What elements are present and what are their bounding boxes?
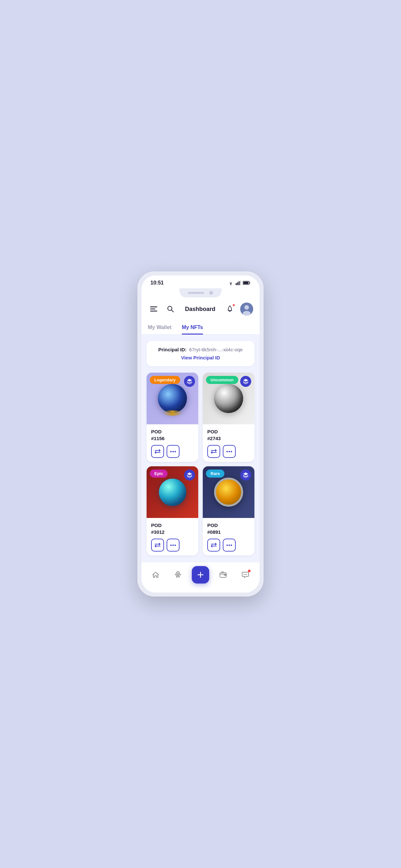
nav-home[interactable] xyxy=(147,569,164,581)
svg-point-21 xyxy=(228,451,230,452)
more-icon xyxy=(170,451,176,453)
nav-add-button[interactable] xyxy=(192,566,209,584)
transfer-icon-2 xyxy=(211,449,217,454)
nft-card-4: Rare POD #0891 xyxy=(203,466,254,555)
svg-rect-8 xyxy=(150,306,157,307)
nft-actions-1 xyxy=(151,445,194,458)
nft-transfer-btn-4[interactable] xyxy=(207,538,220,552)
more-icon-4 xyxy=(226,545,232,546)
tab-nfts[interactable]: My NFTs xyxy=(182,321,203,334)
nft-image-1: Legendary xyxy=(147,373,198,424)
user-avatar[interactable] xyxy=(240,303,253,315)
svg-point-26 xyxy=(226,545,227,546)
nav-wallet[interactable] xyxy=(215,569,232,581)
nft-sphere-uncommon xyxy=(214,384,243,413)
svg-rect-2 xyxy=(237,282,238,285)
nft-layers-btn-2[interactable] xyxy=(240,376,251,387)
principal-id-value: 67ryt-6k5mh-...-xii4c-oqe xyxy=(189,347,243,352)
notch xyxy=(180,288,221,298)
svg-point-29 xyxy=(177,573,179,575)
status-time: 10:51 xyxy=(150,280,164,286)
nft-more-btn-4[interactable] xyxy=(223,538,236,552)
wallet-nav-icon xyxy=(219,570,227,579)
nft-image-2: Uncommon xyxy=(203,373,254,424)
view-principal-button[interactable]: View Principal ID xyxy=(153,355,248,361)
nft-layers-btn-4[interactable] xyxy=(240,469,251,480)
nft-transfer-btn-3[interactable] xyxy=(151,538,164,552)
notification-button[interactable] xyxy=(224,303,236,315)
svg-point-20 xyxy=(226,451,227,452)
plus-icon xyxy=(197,571,204,578)
principal-id-label: Principal ID: xyxy=(158,347,187,352)
wallet-icon xyxy=(219,571,227,579)
tab-bar: My Wallet My NFTs xyxy=(142,321,259,335)
nft-card-2: Uncommon POD #2743 xyxy=(203,373,254,462)
nft-image-3: Epic xyxy=(147,466,198,518)
transfer-icon xyxy=(155,449,160,454)
bell-icon xyxy=(226,306,234,313)
home-nav-icon xyxy=(151,570,160,579)
nft-sphere-legendary xyxy=(158,384,187,413)
wifi-icon xyxy=(228,281,234,285)
search-icon xyxy=(167,306,174,312)
svg-point-23 xyxy=(170,545,172,546)
svg-point-17 xyxy=(170,451,172,452)
nft-badge-epic: Epic xyxy=(150,469,167,477)
nft-info-1: POD #1156 xyxy=(147,424,198,462)
svg-rect-4 xyxy=(240,281,241,285)
nft-card-1: Legendary POD #1156 xyxy=(147,373,198,462)
page-title: Dashboard xyxy=(185,306,215,312)
nav-explore[interactable] xyxy=(169,569,186,581)
hamburger-icon xyxy=(150,306,157,312)
principal-id-card: Principal ID: 67ryt-6k5mh-...-xii4c-oqe … xyxy=(147,341,254,366)
nft-card-3: Epic POD #3012 xyxy=(147,466,198,555)
nft-name-3: POD #3012 xyxy=(151,522,194,535)
svg-rect-1 xyxy=(236,283,237,285)
nft-name-1: POD #1156 xyxy=(151,428,194,442)
layers-icon-2 xyxy=(243,378,249,384)
svg-point-18 xyxy=(173,451,174,452)
svg-point-35 xyxy=(245,574,246,575)
home-icon xyxy=(152,571,159,579)
menu-button[interactable] xyxy=(148,303,159,315)
nft-more-btn-2[interactable] xyxy=(223,445,236,458)
svg-rect-3 xyxy=(239,281,240,285)
svg-point-22 xyxy=(230,451,232,452)
nft-badge-legendary: Legendary xyxy=(150,376,180,384)
nav-chat[interactable] xyxy=(237,569,254,581)
svg-point-25 xyxy=(174,545,176,546)
nft-actions-4 xyxy=(207,538,250,552)
more-icon-2 xyxy=(226,451,232,453)
nft-transfer-btn-1[interactable] xyxy=(151,445,164,458)
main-content: Principal ID: 67ryt-6k5mh-...-xii4c-oqe … xyxy=(142,335,259,562)
chat-icon xyxy=(242,571,249,579)
svg-rect-10 xyxy=(150,311,157,312)
notification-badge xyxy=(233,304,235,306)
header-right xyxy=(224,303,253,315)
notch-camera xyxy=(209,291,213,295)
chat-badge xyxy=(248,569,251,572)
svg-point-0 xyxy=(230,284,232,285)
nft-more-btn-3[interactable] xyxy=(166,538,180,552)
notch-pill xyxy=(188,292,204,294)
layers-icon-4 xyxy=(243,472,249,478)
nft-more-btn-1[interactable] xyxy=(166,445,180,458)
nft-layers-btn-3[interactable] xyxy=(184,469,195,480)
rocket-icon xyxy=(174,571,182,579)
header-center: Dashboard xyxy=(176,306,224,313)
more-icon-3 xyxy=(170,545,176,546)
bottom-navigation xyxy=(142,562,259,590)
svg-rect-9 xyxy=(150,309,155,310)
svg-rect-7 xyxy=(243,282,249,284)
header-left xyxy=(148,303,176,315)
notch-area xyxy=(142,288,259,299)
nft-layers-btn-1[interactable] xyxy=(184,376,195,387)
principal-id-row: Principal ID: 67ryt-6k5mh-...-xii4c-oqe xyxy=(153,347,248,352)
nft-transfer-btn-2[interactable] xyxy=(207,445,220,458)
nft-info-3: POD #3012 xyxy=(147,518,198,555)
nft-name-4: POD #0891 xyxy=(207,522,250,535)
layers-icon-3 xyxy=(187,472,192,478)
search-button[interactable] xyxy=(165,303,176,315)
nft-sphere-rare xyxy=(214,477,243,507)
tab-wallet[interactable]: My Wallet xyxy=(148,321,172,334)
